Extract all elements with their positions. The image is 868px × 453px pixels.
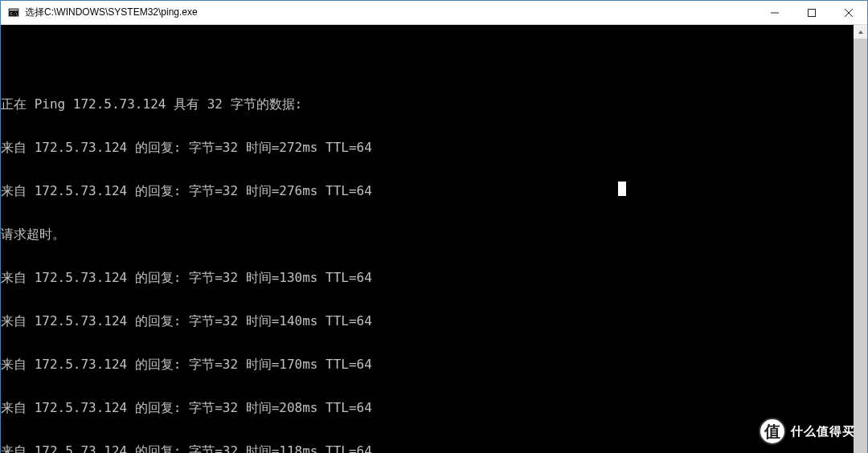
ping-reply-line: 来自 172.5.73.124 的回复: 字节=32 时间=118ms TTL=…: [1, 444, 854, 453]
svg-marker-7: [858, 31, 863, 34]
ping-timeout-line: 请求超时。: [1, 227, 854, 242]
ping-reply-line: 来自 172.5.73.124 的回复: 字节=32 时间=130ms TTL=…: [1, 271, 854, 285]
scroll-up-button[interactable]: [854, 25, 867, 39]
vertical-scrollbar[interactable]: [854, 25, 867, 453]
svg-text:C:\: C:\: [10, 10, 18, 15]
ping-reply-line: 来自 172.5.73.124 的回复: 字节=32 时间=276ms TTL=…: [1, 184, 854, 198]
ping-reply-line: 来自 172.5.73.124 的回复: 字节=32 时间=208ms TTL=…: [1, 401, 854, 415]
console-container: 正在 Ping 172.5.73.124 具有 32 字节的数据: 来自 172…: [1, 25, 867, 453]
window-title: 选择C:\WINDOWS\SYSTEM32\ping.exe: [25, 6, 756, 19]
ping-header-line: 正在 Ping 172.5.73.124 具有 32 字节的数据:: [1, 97, 854, 112]
scroll-thumb[interactable]: [854, 39, 867, 453]
minimize-button[interactable]: [756, 1, 793, 24]
selection-cursor: [618, 182, 626, 196]
window-controls: [756, 1, 867, 24]
console-output[interactable]: 正在 Ping 172.5.73.124 具有 32 字节的数据: 来自 172…: [1, 25, 854, 453]
app-icon: C:\: [7, 6, 20, 19]
titlebar[interactable]: C:\ 选择C:\WINDOWS\SYSTEM32\ping.exe: [1, 1, 867, 25]
ping-reply-line: 来自 172.5.73.124 的回复: 字节=32 时间=140ms TTL=…: [1, 314, 854, 329]
ping-reply-line: 来自 172.5.73.124 的回复: 字节=32 时间=170ms TTL=…: [1, 357, 854, 372]
app-window: C:\ 选择C:\WINDOWS\SYSTEM32\ping.exe 正在 Pi…: [0, 0, 868, 453]
svg-rect-4: [809, 9, 816, 16]
close-button[interactable]: [830, 1, 867, 24]
maximize-button[interactable]: [793, 1, 830, 24]
ping-reply-line: 来自 172.5.73.124 的回复: 字节=32 时间=272ms TTL=…: [1, 141, 854, 155]
